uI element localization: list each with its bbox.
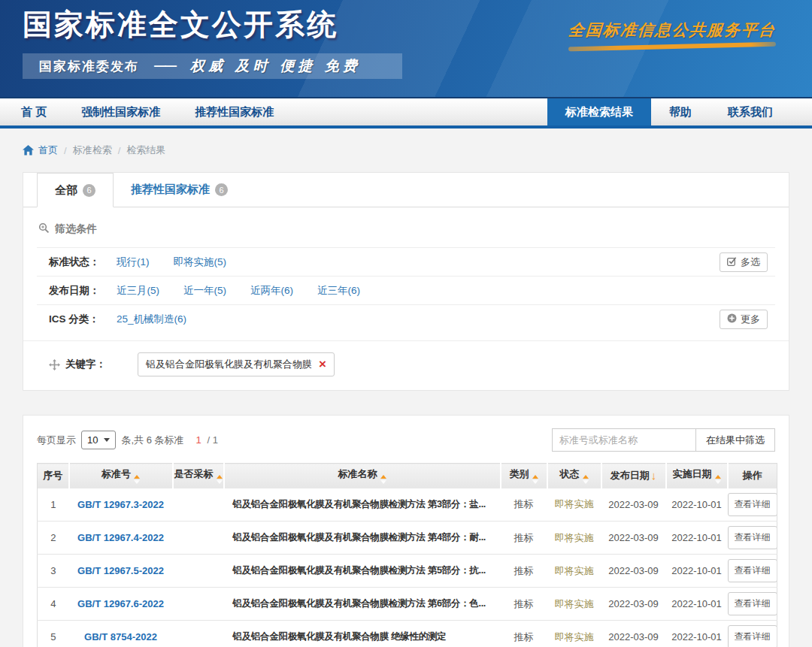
checkbox-icon xyxy=(727,256,737,268)
table-body: 1GB/T 12967.3-2022铝及铝合金阳极氧化膜及有机聚合物膜检测方法 … xyxy=(38,488,777,647)
adopted-cell xyxy=(173,588,224,621)
more-button[interactable]: 更多 xyxy=(720,310,768,329)
filter-body: 筛选条件 标准状态： 现行(1)即将实施(5) 多选 发布日期： 近三月(5)近… xyxy=(23,207,789,333)
standard-name: 铝及铝合金阳极氧化膜及有机聚合物膜检测方法 第5部分：抗... xyxy=(224,555,501,588)
view-detail-button[interactable]: 查看详细 xyxy=(728,559,777,582)
move-arrows-icon xyxy=(49,359,60,370)
status-cell: 即将实施 xyxy=(547,522,601,555)
filter-in-results-button[interactable]: 在结果中筛选 xyxy=(696,428,775,452)
filter-option[interactable]: 近两年(6) xyxy=(250,284,293,298)
page-indicator: 1 / 1 xyxy=(196,434,218,446)
view-detail-button[interactable]: 查看详细 xyxy=(728,493,777,516)
platform-logo: 全国标准信息公共服务平台 xyxy=(568,20,776,49)
filter-option[interactable]: 近三月(5) xyxy=(117,284,159,298)
filter-row-status: 标准状态： 现行(1)即将实施(5) 多选 xyxy=(37,247,775,276)
row-number: 1 xyxy=(38,488,69,522)
per-page-select[interactable]: 10 xyxy=(81,431,116,449)
table-row: 4GB/T 12967.6-2022铝及铝合金阳极氧化膜及有机聚合物膜检测方法 … xyxy=(38,588,777,621)
total-pages: / 1 xyxy=(207,434,217,446)
tab-all[interactable]: 全部 6 xyxy=(37,173,114,207)
current-page: 1 xyxy=(196,434,201,446)
results-bar: 每页显示 10 条,共 6 条标准 1 / 1 在结果中筛选 xyxy=(37,416,775,463)
standard-code-link[interactable]: GB/T 8754-2022 xyxy=(69,621,173,647)
standard-name: 铝及铝合金阳极氧化膜及有机聚合物膜检测方法 第4部分：耐... xyxy=(224,522,501,555)
results-search-input[interactable] xyxy=(552,428,696,452)
filter-section-title: 筛选条件 xyxy=(37,207,775,247)
column-header-0: 序号 xyxy=(38,464,69,488)
results-search-group: 在结果中筛选 xyxy=(552,428,775,452)
column-label: 标准号 xyxy=(102,468,131,479)
publisher-banner: 国家标准委发布 —— 权威 及时 便捷 免费 xyxy=(23,53,402,79)
column-label: 是否采标 xyxy=(174,468,214,479)
publish-date-cell: 2022-03-09 xyxy=(601,588,666,621)
nav-item-search-results[interactable]: 标准检索结果 xyxy=(547,98,651,125)
filter-option[interactable]: 即将实施(5) xyxy=(174,255,227,269)
breadcrumb-separator: / xyxy=(64,145,67,156)
adopted-cell xyxy=(173,488,224,522)
filter-option[interactable]: 近三年(6) xyxy=(317,284,360,298)
column-header-3[interactable]: 标准名称 xyxy=(224,464,501,488)
column-label: 状态 xyxy=(560,468,580,479)
remove-keyword-icon[interactable]: × xyxy=(319,360,326,369)
filter-label-publish-date: 发布日期： xyxy=(49,284,117,298)
view-detail-button[interactable]: 查看详细 xyxy=(728,526,777,549)
row-number: 4 xyxy=(38,588,69,621)
category-cell: 推标 xyxy=(501,555,547,588)
breadcrumb-standard-search[interactable]: 标准检索 xyxy=(73,144,112,157)
column-header-1[interactable]: 标准号 xyxy=(69,464,173,488)
publish-date-cell: 2022-03-09 xyxy=(601,621,666,647)
view-detail-button[interactable]: 查看详细 xyxy=(728,625,777,647)
implement-date-cell: 2022-10-01 xyxy=(666,555,728,588)
implement-date-cell: 2022-10-01 xyxy=(666,621,728,647)
publisher-label: 国家标准委发布 xyxy=(39,58,139,75)
site-header: 国家标准全文公开系统 国家标准委发布 —— 权威 及时 便捷 免费 全国标准信息… xyxy=(0,0,812,98)
action-cell: 查看详细 xyxy=(728,488,777,522)
nav-item-help[interactable]: 帮助 xyxy=(651,98,710,125)
sort-icon xyxy=(715,475,721,484)
column-header-7[interactable]: 实施日期 xyxy=(666,464,728,488)
filter-option[interactable]: 25_机械制造(6) xyxy=(117,313,186,326)
sort-icon xyxy=(583,475,589,484)
platform-name: 全国标准信息公共服务平台 xyxy=(568,20,777,41)
result-tabs: 全部 6 推荐性国家标准 6 xyxy=(23,173,789,207)
tab-all-label: 全部 xyxy=(55,183,77,198)
sort-desc-icon: ↓ xyxy=(651,469,657,482)
keyword-tag-text: 铝及铝合金阳极氧化膜及有机聚合物膜 xyxy=(146,358,312,371)
multi-select-button[interactable]: 多选 xyxy=(720,252,768,272)
standard-code-link[interactable]: GB/T 12967.3-2022 xyxy=(69,488,173,522)
status-cell: 即将实施 xyxy=(547,621,601,647)
column-label: 发布日期 xyxy=(611,470,650,481)
breadcrumb-home[interactable]: 首页 xyxy=(38,144,58,157)
nav-item-mandatory-standards[interactable]: 强制性国家标准 xyxy=(81,105,160,119)
standard-name: 铝及铝合金阳极氧化膜及有机聚合物膜检测方法 第3部分：盐... xyxy=(224,488,501,522)
standards-table: 序号标准号是否采标标准名称类别状态发布日期↓实施日期操作 1GB/T 12967… xyxy=(37,463,777,647)
standard-code-link[interactable]: GB/T 12967.5-2022 xyxy=(69,555,173,588)
column-header-2[interactable]: 是否采标 xyxy=(173,464,224,488)
standard-code-link[interactable]: GB/T 12967.6-2022 xyxy=(69,588,173,621)
results-count-text: 条,共 6 条标准 xyxy=(121,434,183,447)
filter-option[interactable]: 近一年(5) xyxy=(183,284,226,298)
nav-item-contact[interactable]: 联系我们 xyxy=(710,98,791,125)
category-cell: 推标 xyxy=(501,588,547,621)
view-detail-button[interactable]: 查看详细 xyxy=(728,592,777,615)
row-number: 2 xyxy=(38,522,69,555)
publish-date-cell: 2022-03-09 xyxy=(601,522,666,555)
column-header-5[interactable]: 状态 xyxy=(547,464,601,488)
magnifier-icon xyxy=(38,222,50,236)
tab-recommended-count-badge: 6 xyxy=(215,183,228,196)
adopted-cell xyxy=(173,621,224,647)
standard-code-link[interactable]: GB/T 12967.4-2022 xyxy=(69,522,173,555)
tab-recommended-standards[interactable]: 推荐性国家标准 6 xyxy=(114,173,245,207)
column-header-6[interactable]: 发布日期↓ xyxy=(601,464,666,488)
implement-date-cell: 2022-10-01 xyxy=(666,588,728,621)
breadcrumb-separator: / xyxy=(118,145,121,156)
filter-row-publish-date: 发布日期： 近三月(5)近一年(5)近两年(6)近三年(6) xyxy=(37,276,775,304)
publish-date-cell: 2022-03-09 xyxy=(601,488,666,522)
nav-item-home[interactable]: 首 页 xyxy=(21,105,47,119)
category-cell: 推标 xyxy=(501,621,547,647)
filter-option[interactable]: 现行(1) xyxy=(117,255,150,269)
tab-recommended-label: 推荐性国家标准 xyxy=(131,183,210,197)
column-header-4[interactable]: 类别 xyxy=(501,464,547,488)
nav-item-recommended-standards[interactable]: 推荐性国家标准 xyxy=(195,105,274,119)
adopted-cell xyxy=(173,555,224,588)
